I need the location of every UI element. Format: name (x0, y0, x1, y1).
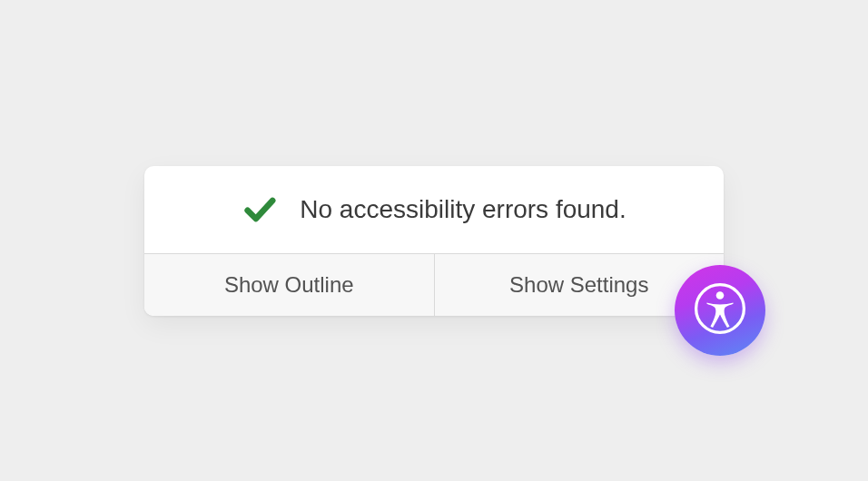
accessibility-panel: No accessibility errors found. Show Outl… (144, 166, 724, 316)
status-row: No accessibility errors found. (144, 166, 724, 253)
button-row: Show Outline Show Settings (144, 253, 724, 316)
svg-point-1 (716, 291, 725, 299)
accessibility-icon (690, 279, 750, 342)
accessibility-badge[interactable] (675, 265, 765, 356)
show-outline-button[interactable]: Show Outline (144, 254, 435, 316)
status-message: No accessibility errors found. (300, 195, 626, 224)
checkmark-icon (242, 191, 278, 228)
